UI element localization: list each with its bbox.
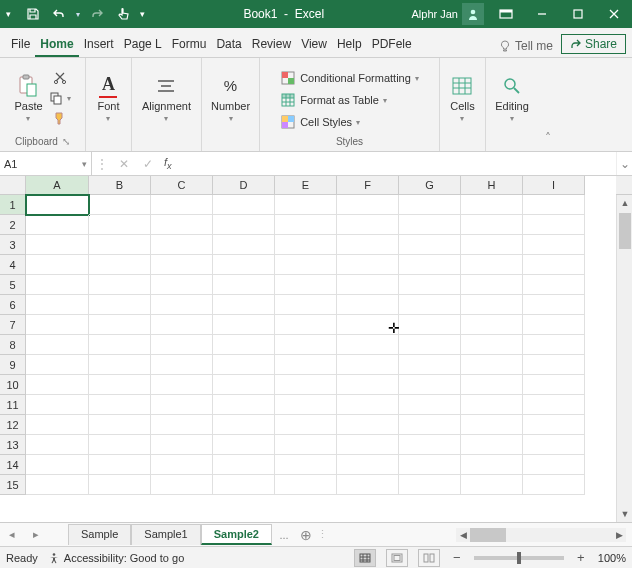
- cell[interactable]: [337, 375, 399, 395]
- name-box[interactable]: A1▾: [0, 152, 92, 175]
- zoom-in-icon[interactable]: +: [574, 550, 588, 565]
- cell[interactable]: [89, 395, 151, 415]
- cell[interactable]: [337, 295, 399, 315]
- qat-customize-icon[interactable]: ▾: [140, 9, 150, 19]
- cell[interactable]: [399, 195, 461, 215]
- cell[interactable]: [337, 215, 399, 235]
- sheet-nav-prev-icon[interactable]: ◂: [0, 528, 24, 541]
- row-header-3[interactable]: 3: [0, 235, 26, 255]
- cell[interactable]: [523, 375, 585, 395]
- row-header-5[interactable]: 5: [0, 275, 26, 295]
- cell[interactable]: [213, 315, 275, 335]
- scroll-down-icon[interactable]: ▼: [617, 506, 632, 522]
- cell[interactable]: [89, 295, 151, 315]
- number-button[interactable]: %Number▾: [211, 74, 250, 123]
- cell[interactable]: [337, 195, 399, 215]
- conditional-formatting-button[interactable]: Conditional Formatting ▾: [280, 68, 419, 88]
- cell[interactable]: [151, 335, 213, 355]
- cell[interactable]: [461, 275, 523, 295]
- ribbon-display-icon[interactable]: [488, 0, 524, 28]
- sheet-nav-next-icon[interactable]: ▸: [24, 528, 48, 541]
- format-painter-icon[interactable]: [53, 109, 67, 127]
- cell[interactable]: [275, 355, 337, 375]
- cell[interactable]: [337, 275, 399, 295]
- cell[interactable]: [275, 475, 337, 495]
- cell[interactable]: [461, 395, 523, 415]
- share-button[interactable]: Share: [561, 34, 626, 54]
- row-header-7[interactable]: 7: [0, 315, 26, 335]
- cell[interactable]: [213, 375, 275, 395]
- qat-menu-icon[interactable]: ▾: [6, 9, 16, 19]
- sheet-tab-sample[interactable]: Sample: [68, 524, 131, 545]
- cell[interactable]: [461, 335, 523, 355]
- enter-formula-icon[interactable]: ✓: [136, 157, 160, 171]
- cell[interactable]: [399, 295, 461, 315]
- cell[interactable]: [399, 215, 461, 235]
- tab-pdfele[interactable]: PDFele: [367, 31, 417, 57]
- cell[interactable]: [213, 195, 275, 215]
- tab-home[interactable]: Home: [35, 31, 78, 57]
- format-as-table-button[interactable]: Format as Table ▾: [280, 90, 387, 110]
- cell[interactable]: [89, 435, 151, 455]
- select-all-corner[interactable]: [0, 176, 26, 195]
- cell[interactable]: [275, 255, 337, 275]
- tab-file[interactable]: File: [6, 31, 35, 57]
- cell[interactable]: [523, 215, 585, 235]
- cell[interactable]: [275, 215, 337, 235]
- cell[interactable]: [151, 475, 213, 495]
- copy-icon[interactable]: ▾: [49, 89, 71, 107]
- zoom-slider[interactable]: [474, 556, 564, 560]
- col-header-E[interactable]: E: [275, 176, 337, 195]
- cell[interactable]: [523, 335, 585, 355]
- cell[interactable]: [337, 475, 399, 495]
- cell[interactable]: [337, 335, 399, 355]
- cell[interactable]: [151, 455, 213, 475]
- cell[interactable]: [461, 375, 523, 395]
- cell[interactable]: [26, 335, 89, 355]
- cell[interactable]: [523, 455, 585, 475]
- cell[interactable]: [523, 235, 585, 255]
- close-button[interactable]: [596, 0, 632, 28]
- cell[interactable]: [399, 335, 461, 355]
- cell[interactable]: [337, 415, 399, 435]
- cell[interactable]: [213, 355, 275, 375]
- row-header-1[interactable]: 1: [0, 195, 26, 215]
- cell[interactable]: [275, 315, 337, 335]
- vertical-scrollbar[interactable]: ▲ ▼: [616, 195, 632, 522]
- tab-help[interactable]: Help: [332, 31, 367, 57]
- user-area[interactable]: Alphr Jan: [412, 3, 488, 25]
- cell[interactable]: [523, 255, 585, 275]
- cell[interactable]: [275, 275, 337, 295]
- zoom-out-icon[interactable]: −: [450, 550, 464, 565]
- cell[interactable]: [399, 375, 461, 395]
- cell[interactable]: [26, 215, 89, 235]
- cell[interactable]: [26, 235, 89, 255]
- cell[interactable]: [399, 455, 461, 475]
- cell[interactable]: [26, 275, 89, 295]
- cell[interactable]: [523, 355, 585, 375]
- cell[interactable]: [151, 295, 213, 315]
- cell[interactable]: [151, 215, 213, 235]
- touch-mode-icon[interactable]: [114, 5, 132, 23]
- cell[interactable]: [399, 415, 461, 435]
- cell[interactable]: [399, 395, 461, 415]
- cell[interactable]: [275, 235, 337, 255]
- col-header-B[interactable]: B: [89, 176, 151, 195]
- cell[interactable]: [399, 315, 461, 335]
- cell[interactable]: [523, 275, 585, 295]
- col-header-C[interactable]: C: [151, 176, 213, 195]
- undo-icon[interactable]: [50, 5, 68, 23]
- cell-styles-button[interactable]: Cell Styles ▾: [280, 112, 360, 132]
- cell[interactable]: [523, 395, 585, 415]
- cell[interactable]: [26, 415, 89, 435]
- cell[interactable]: [26, 395, 89, 415]
- cell[interactable]: [26, 475, 89, 495]
- cell[interactable]: [26, 255, 89, 275]
- cell[interactable]: [337, 355, 399, 375]
- row-header-15[interactable]: 15: [0, 475, 26, 495]
- cell[interactable]: [337, 255, 399, 275]
- view-page-layout-icon[interactable]: [386, 549, 408, 567]
- cell[interactable]: [89, 255, 151, 275]
- scroll-right-icon[interactable]: ▶: [612, 530, 626, 540]
- cell[interactable]: [523, 435, 585, 455]
